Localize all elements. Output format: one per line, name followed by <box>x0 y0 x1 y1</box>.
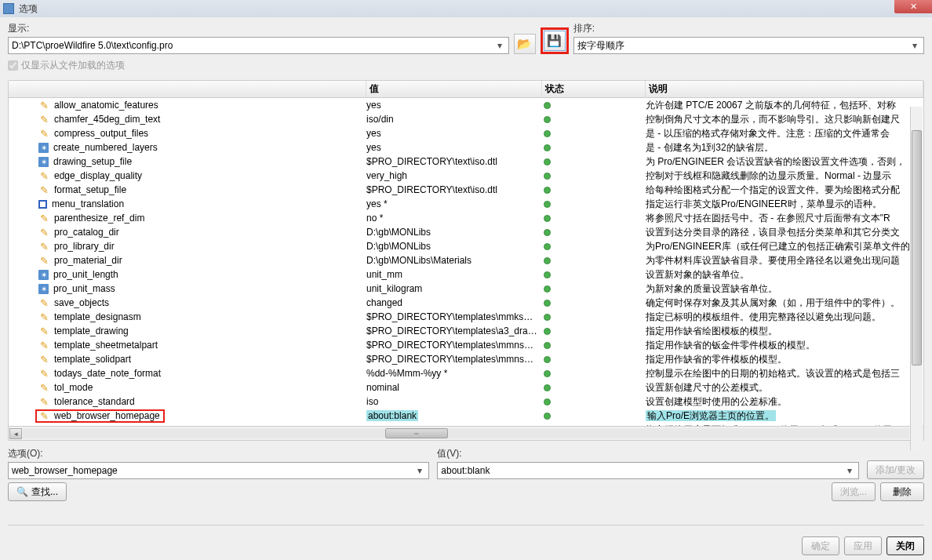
table-row[interactable]: ✎pro_library_dirD:\gb\MONLibs为Pro/ENGINE… <box>9 239 923 253</box>
table-row[interactable]: ✎tolerance_standardiso设置创建模型时使用的公差标准。 <box>9 395 923 409</box>
delete-button[interactable]: 删除 <box>880 482 924 501</box>
table-row[interactable]: menu_translationyes *指定运行非英文版Pro/ENGINEE… <box>9 197 923 211</box>
table-row[interactable]: ✎pro_catalog_dirD:\gb\MONLibs设置到达分类目录的路径… <box>9 225 923 239</box>
wand-icon: ✎ <box>38 382 49 393</box>
desc-cell: 控制对于线框和隐藏线删除的边显示质量。Normal - 边显示 <box>646 169 923 183</box>
desc-cell: 指定运行非英文版Pro/ENGINEER时，菜单显示的语种。 <box>646 198 923 211</box>
option-value-cell: nominal <box>366 382 542 393</box>
header-status[interactable]: 状态 <box>542 81 646 97</box>
option-value: web_browser_homepage <box>12 465 118 476</box>
desc-cell: 指定用作缺省绘图模板的模型。 <box>646 325 923 338</box>
close-button[interactable]: ✕ <box>894 0 932 13</box>
option-input[interactable]: web_browser_homepage ▾ <box>8 462 429 479</box>
header-name[interactable] <box>9 81 366 97</box>
option-value-cell: D:\gb\MONLibs\Materials <box>366 255 542 266</box>
grid-header: 值 状态 说明 <box>9 81 923 98</box>
option-name: template_drawing <box>54 325 129 336</box>
table-row[interactable]: ✎pro_material_dirD:\gb\MONLibs\Materials… <box>9 253 923 267</box>
open-folder-button[interactable]: 📂 <box>514 34 536 54</box>
option-value-cell: yes * <box>366 198 542 209</box>
table-row[interactable]: ✎save_objectschanged确定何时保存对象及其从属对象（如，用于组… <box>9 296 923 310</box>
table-row[interactable]: ✶pro_unit_massunit_kilogram为新对象的质量设置缺省单位… <box>9 282 923 296</box>
status-cell <box>542 201 646 208</box>
table-row[interactable]: ✎compress_output_filesyes是 - 以压缩的格式存储对象文… <box>9 126 923 140</box>
table-row[interactable]: ✎todays_date_note_format%dd-%Mmm-%yy *控制… <box>9 366 923 380</box>
option-value-cell: unit_mm <box>366 269 542 280</box>
value-input[interactable]: about:blank ▾ <box>437 462 858 479</box>
save-highlight: 💾 <box>541 27 569 54</box>
option-name: pro_unit_mass <box>53 283 115 294</box>
status-dot-icon <box>544 285 551 293</box>
vertical-scrollbar[interactable] <box>910 107 923 450</box>
option-value-cell: $PRO_DIRECTORY\text\iso.dtl <box>366 184 542 195</box>
status-dot-icon <box>544 243 551 250</box>
status-dot-icon <box>544 342 551 349</box>
table-row[interactable]: ✎edge_display_qualityvery_high控制对于线框和隐藏线… <box>9 169 923 183</box>
apply-label: 应用 <box>854 540 872 553</box>
option-label: 选项(O): <box>8 447 429 460</box>
table-row[interactable]: ✎template_drawing$PRO_DIRECTORY\template… <box>9 324 923 338</box>
scroll-thumb[interactable]: ┅ <box>385 428 448 438</box>
table-row[interactable]: ✎format_setup_file$PRO_DIRECTORY\text\is… <box>9 183 923 197</box>
sort-combo[interactable]: 按字母顺序 ▾ <box>573 37 924 54</box>
status-cell <box>542 102 646 109</box>
status-cell <box>542 144 646 151</box>
wand-icon: ✎ <box>38 170 49 181</box>
option-name: compress_output_files <box>54 128 148 139</box>
vscroll-thumb[interactable] <box>912 130 922 365</box>
wand-icon: ✎ <box>38 410 49 421</box>
status-cell <box>542 187 646 194</box>
option-name: tolerance_standard <box>54 396 135 407</box>
wand-icon: ✎ <box>38 325 49 336</box>
status-dot-icon <box>544 116 551 123</box>
option-name: chamfer_45deg_dim_text <box>54 114 160 125</box>
window-icon <box>3 3 14 14</box>
table-row[interactable]: ✎template_sheetmetalpart$PRO_DIRECTORY\t… <box>9 338 923 352</box>
save-button[interactable]: 💾 <box>544 31 566 51</box>
horizontal-scrollbar[interactable]: ◂ ┅ ▸ <box>9 426 923 440</box>
status-dot-icon <box>544 328 551 335</box>
status-cell <box>542 130 646 137</box>
dropdown-icon: ▾ <box>843 464 856 477</box>
ok-button: 确定 <box>802 536 839 555</box>
dialog-footer: 确定 应用 关闭 <box>802 536 924 555</box>
status-cell <box>542 370 646 377</box>
option-value-cell: yes <box>366 128 542 139</box>
sort-label: 排序: <box>573 22 924 35</box>
table-row[interactable]: ✶create_numbered_layersyes是 - 创建名为1到32的缺… <box>9 140 923 155</box>
option-name: drawing_setup_file <box>53 156 132 167</box>
table-row[interactable]: ✎allow_anatomic_featuresyes允许创建 PTC/E 20… <box>9 98 923 112</box>
table-row[interactable]: ✎chamfer_45deg_dim_textiso/din控制倒角尺寸文本的显… <box>9 112 923 126</box>
scroll-left-icon[interactable]: ◂ <box>9 428 22 439</box>
desc-cell: 为 Pro/ENGINEER 会话设置缺省的绘图设置文件选项，否则， <box>646 155 923 169</box>
desc-cell: 是 - 创建名为1到32的缺省层。 <box>646 141 923 155</box>
table-row[interactable]: ✎parenthesize_ref_dimno *将参照尺寸括在圆括号中。否 -… <box>9 211 923 225</box>
status-dot-icon <box>544 201 551 208</box>
header-value[interactable]: 值 <box>366 81 542 97</box>
wand-icon: ✎ <box>38 241 49 252</box>
table-row[interactable]: ✎tol_modenominal设置新创建尺寸的公差模式。 <box>9 380 923 395</box>
status-cell <box>542 342 646 349</box>
desc-cell: 输入Pro/E浏览器主页的位置。 <box>646 409 923 423</box>
search-icon: 🔍 <box>16 486 28 497</box>
options-grid: 值 状态 说明 ✎allow_anatomic_featuresyes允许创建 … <box>8 80 924 441</box>
table-row[interactable]: ✶drawing_setup_file$PRO_DIRECTORY\text\i… <box>9 155 923 169</box>
dropdown-icon: ▾ <box>413 464 426 477</box>
desc-cell: 指定用作缺省的零件模板的模型。 <box>646 353 923 366</box>
wand-icon: ✎ <box>38 213 49 224</box>
desc-cell: 是 - 以压缩的格式存储对象文件。注意：压缩的文件通常会 <box>646 127 923 140</box>
grid-body[interactable]: ✎allow_anatomic_featuresyes允许创建 PTC/E 20… <box>9 98 923 426</box>
header-desc[interactable]: 说明 <box>646 81 923 97</box>
wand-icon: ✎ <box>38 311 49 322</box>
display-combo[interactable]: D:\PTC\proeWildfire 5.0\text\config.pro … <box>8 37 509 54</box>
table-row[interactable]: ✎template_solidpart$PRO_DIRECTORY\templa… <box>9 352 923 366</box>
desc-cell: 设置新创建尺寸的公差模式。 <box>646 381 923 395</box>
table-row[interactable]: ✶pro_unit_lengthunit_mm设置新对象的缺省单位。 <box>9 267 923 282</box>
desc-cell: 将参照尺寸括在圆括号中。否 - 在参照尺寸后面带有文本"R <box>646 212 923 225</box>
find-button[interactable]: 🔍 查找... <box>8 482 67 501</box>
close-dialog-button[interactable]: 关闭 <box>886 536 924 555</box>
table-row[interactable]: ✎web_browser_homepageabout:blank输入Pro/E浏… <box>9 409 923 423</box>
star-icon: ✶ <box>38 143 49 153</box>
status-dot-icon <box>544 173 551 180</box>
table-row[interactable]: ✎template_designasm$PRO_DIRECTORY\templa… <box>9 310 923 324</box>
